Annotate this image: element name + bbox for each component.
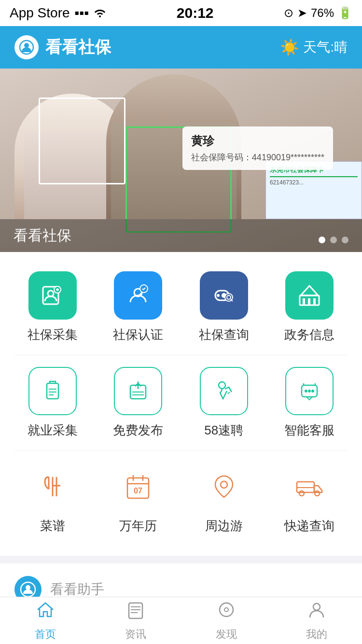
- carrier-text: App Store: [10, 5, 70, 21]
- grid-item-express[interactable]: 快递查询: [271, 462, 348, 534]
- svg-text:07: 07: [134, 487, 142, 495]
- travel-icon: [200, 462, 248, 511]
- grid-item-recipe[interactable]: 菜谱: [14, 462, 91, 534]
- app-logo-icon: [14, 35, 39, 59]
- grid-item-smart-service[interactable]: 智能客服: [271, 367, 348, 439]
- assistant-name: 看看助手: [50, 580, 104, 599]
- social-auth-icon: [114, 271, 162, 320]
- svg-point-3: [48, 291, 54, 296]
- dot-3[interactable]: [342, 237, 348, 243]
- social-collect-icon: [28, 271, 77, 320]
- recipe-label: 菜谱: [40, 518, 65, 534]
- banner-title: 看看社保: [14, 226, 71, 246]
- free-publish-label: 免费发布: [113, 422, 163, 439]
- svg-point-53: [313, 603, 320, 610]
- banner-dots: [319, 237, 348, 243]
- grid-item-travel[interactable]: 周边游: [185, 462, 263, 534]
- grid-item-gov-info[interactable]: 政务信息: [271, 271, 348, 343]
- social-query-label: 社保查询: [199, 326, 249, 343]
- calendar-label: 万年历: [119, 518, 157, 534]
- dot-2[interactable]: [330, 237, 337, 243]
- face-detect-box-white: [39, 98, 125, 184]
- signal-icon: ▪▪▪: [75, 5, 89, 21]
- grid-item-job-collect[interactable]: 就业采集: [14, 367, 91, 439]
- svg-point-52: [224, 608, 228, 612]
- tab-home[interactable]: 首页: [0, 597, 91, 644]
- gov-info-icon: [285, 271, 334, 320]
- dot-1[interactable]: [319, 237, 325, 243]
- tab-bar: 首页 资讯 发现 我的: [0, 597, 362, 644]
- job-collect-icon: [28, 367, 77, 415]
- gov-info-label: 政务信息: [284, 326, 334, 343]
- svg-point-28: [308, 390, 311, 392]
- svg-rect-18: [47, 383, 58, 399]
- tab-discover[interactable]: 发现: [181, 597, 272, 644]
- grid-item-58-hire[interactable]: 58速聘: [185, 367, 263, 439]
- arrow-icon: ➤: [297, 6, 307, 20]
- svg-point-46: [26, 585, 30, 590]
- grid-item-free-publish[interactable]: 免费发布: [99, 367, 177, 439]
- travel-label: 周边游: [205, 518, 243, 534]
- wifi-icon: [94, 5, 106, 21]
- svg-point-29: [311, 390, 314, 392]
- status-bar-right: ⊙ ➤ 76% 🔋: [284, 6, 352, 20]
- free-publish-icon: [114, 367, 162, 415]
- svg-point-42: [299, 491, 304, 496]
- calendar-icon: 07: [114, 462, 162, 511]
- mine-icon: [307, 600, 326, 624]
- social-auth-label: 社保认证: [113, 326, 163, 343]
- grid-item-social-collect[interactable]: 社保采集: [14, 271, 91, 343]
- express-icon: [285, 462, 334, 511]
- social-query-icon: [200, 271, 248, 320]
- grid-row-1: 社保采集 社保认证: [0, 266, 362, 355]
- weather-display: ☀️ 天气:晴: [280, 38, 348, 56]
- job-collect-label: 就业采集: [28, 422, 78, 439]
- social-collect-label: 社保采集: [28, 326, 78, 343]
- tab-news-label: 资讯: [125, 627, 146, 642]
- grid-item-social-auth[interactable]: 社保认证: [99, 271, 177, 343]
- tab-news[interactable]: 资讯: [91, 597, 181, 644]
- battery-text: 76%: [311, 6, 334, 20]
- location-icon: ⊙: [284, 6, 293, 20]
- banner: 东莞市社会保障卡 621467323... 黄珍 社会保障号码：44190019…: [0, 69, 362, 252]
- tab-discover-label: 发现: [216, 627, 237, 642]
- tab-mine[interactable]: 我的: [272, 597, 362, 644]
- status-bar-left: App Store ▪▪▪: [10, 5, 106, 21]
- weather-text: 天气:晴: [303, 38, 348, 56]
- svg-point-51: [220, 603, 233, 616]
- svg-marker-14: [301, 286, 318, 295]
- news-icon: [126, 600, 145, 624]
- home-icon: [36, 600, 55, 624]
- status-bar-time: 20:12: [177, 5, 214, 21]
- app-header: 看看社保 ☀️ 天气:晴: [0, 26, 362, 69]
- status-bar: App Store ▪▪▪ 20:12 ⊙ ➤ 76% 🔋: [0, 0, 362, 26]
- smart-service-label: 智能客服: [284, 422, 334, 439]
- svg-rect-47: [129, 603, 142, 618]
- grid-row-3: 菜谱 07 万年历 周边游: [0, 451, 362, 546]
- user-info-card: 黄珍 社会保障号码：44190019**********: [182, 126, 333, 170]
- tab-home-label: 首页: [35, 627, 56, 642]
- recipe-icon: [28, 462, 77, 511]
- svg-point-25: [219, 382, 225, 389]
- hire-label: 58速聘: [204, 422, 243, 439]
- express-label: 快递查询: [284, 518, 334, 534]
- svg-rect-15: [303, 298, 305, 305]
- svg-point-40: [221, 481, 227, 488]
- svg-rect-16: [308, 298, 310, 305]
- svg-point-9: [217, 294, 220, 297]
- grid-item-social-query[interactable]: 社保查询: [185, 271, 263, 343]
- banner-label: 看看社保: [0, 219, 362, 252]
- battery-icon: 🔋: [338, 6, 352, 20]
- grid-item-calendar[interactable]: 07 万年历: [99, 462, 177, 534]
- svg-rect-17: [313, 298, 316, 305]
- discover-icon: [217, 600, 236, 624]
- app-title: 看看社保: [45, 36, 111, 58]
- user-id: 社会保障号码：44190019**********: [191, 152, 324, 163]
- svg-point-43: [315, 491, 320, 496]
- header-logo: 看看社保: [14, 35, 111, 59]
- tab-mine-label: 我的: [306, 627, 327, 642]
- svg-point-27: [305, 390, 307, 392]
- weather-icon: ☀️: [280, 38, 299, 56]
- svg-point-1: [24, 43, 29, 48]
- grid-section: 社保采集 社保认证: [0, 252, 362, 556]
